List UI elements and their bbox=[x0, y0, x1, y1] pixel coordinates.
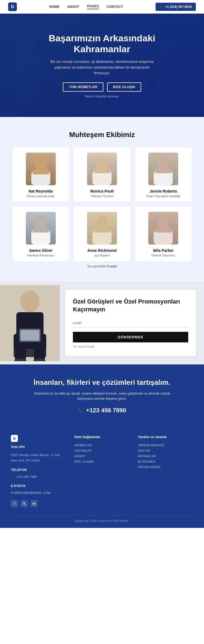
team-card-3: James Oliver Halefiyet Planlaması bbox=[12, 206, 69, 261]
footer-link-hizmetler[interactable]: HİZMETLER bbox=[74, 443, 129, 448]
phone-icon: 📞 bbox=[78, 407, 84, 413]
nav-contact[interactable]: CONTACT bbox=[107, 5, 123, 9]
member-name-4: Anne Richmond bbox=[78, 248, 126, 253]
promo-man-image bbox=[0, 285, 60, 361]
svg-point-26 bbox=[20, 290, 39, 312]
promo-section: Özel Görüşleri ve Özel Promosyonları Kaç… bbox=[0, 281, 204, 364]
svg-rect-18 bbox=[33, 228, 49, 233]
nav-about[interactable]: ABOUT bbox=[67, 5, 79, 9]
avatar-2 bbox=[148, 153, 178, 185]
footer-link-destek[interactable]: DESTEK bbox=[138, 448, 193, 454]
team-card-5: Mila Parker Kıdemli Tasarımcı bbox=[135, 206, 192, 261]
footer-link-cozumler[interactable]: ÇÖZÜMLER bbox=[74, 448, 129, 454]
email-input[interactable] bbox=[73, 319, 188, 327]
avatar-img-1 bbox=[87, 153, 117, 185]
footer-bottom: Sample text. Click to select the Text El… bbox=[11, 515, 193, 522]
phone-label: Telefon bbox=[11, 467, 66, 473]
svg-rect-30 bbox=[20, 330, 39, 341]
avatar-3 bbox=[26, 212, 56, 244]
member-role-4: İşçi İlişkileri bbox=[78, 254, 126, 257]
member-name-5: Mila Parker bbox=[139, 248, 187, 253]
hero-section: Başarımızın Arkasındaki Kahramanlar Biz … bbox=[0, 14, 204, 117]
team-section: Muhteşem Ekibimiz Nat Reynolds Dünya çap… bbox=[0, 117, 204, 281]
svg-point-19 bbox=[96, 215, 108, 229]
promo-credit: Ten resim Freepik bbox=[73, 345, 188, 348]
cta-title: İnsanları, fikirleri ve çözümleri tartış… bbox=[11, 378, 193, 387]
svg-point-13 bbox=[157, 156, 169, 170]
member-name-2: Jennie Roberts bbox=[139, 189, 187, 193]
email-icon-footer: ✉ bbox=[11, 491, 14, 494]
hero-caption: Resim Freepik'ten alınmıştır bbox=[22, 95, 182, 98]
navbar: b HOME ABOUT PAGES CONTACT 📞 +1 (234) 56… bbox=[0, 0, 204, 14]
member-name-0: Nat Reynolds bbox=[17, 189, 65, 193]
avatar-1 bbox=[87, 153, 117, 185]
team-card-2: Jennie Roberts İnsan Kaynakları Analitiğ… bbox=[135, 147, 192, 202]
member-role-0: Dünya çapında ortak bbox=[17, 194, 65, 198]
man-figure bbox=[0, 285, 60, 361]
hero-subtitle: Biz zor sorular sormamız, iyi dinlememiz… bbox=[48, 59, 156, 76]
avatar-img-2 bbox=[148, 153, 178, 185]
cta-phone-button[interactable]: 📞 +1 (234) 567-8910 bbox=[156, 3, 196, 11]
submit-button[interactable]: GÖNDERMEK bbox=[73, 332, 188, 342]
footer-link-sirket[interactable]: ŞİRKET bbox=[74, 454, 129, 459]
cta-phone: 📞 +123 456 7890 bbox=[11, 407, 193, 414]
contact-button[interactable]: BİZE ULAŞIN bbox=[107, 82, 141, 92]
member-role-2: İnsan Kaynakları Analitiği bbox=[139, 194, 187, 198]
team-credit: Ten görüntüler Freepik bbox=[8, 265, 196, 268]
svg-point-10 bbox=[96, 156, 108, 170]
avatar-img-4 bbox=[87, 212, 117, 244]
footer-phone: 📞 +123 456 7890 bbox=[11, 474, 66, 480]
svg-point-16 bbox=[35, 215, 47, 229]
cta-subtitle: Sektördeki en iyi ekibi işe almak, onlar… bbox=[31, 391, 173, 401]
member-name-3: James Oliver bbox=[17, 248, 65, 253]
footer: b Ana ofis 2102 George Urban Bulvarı, 3.… bbox=[0, 424, 204, 528]
promo-card: Özel Görüşleri ve Özel Promosyonları Kaç… bbox=[65, 290, 196, 356]
freepik-link[interactable]: Freepik bbox=[107, 265, 117, 268]
nav-home[interactable]: HOME bbox=[49, 5, 60, 9]
logo[interactable]: b bbox=[8, 2, 17, 11]
facebook-icon[interactable]: f bbox=[11, 500, 18, 507]
footer-link-bize-ulasin[interactable]: BİZE ULAŞIN bbox=[74, 459, 129, 465]
footer-link-ortaklar[interactable]: ORTAKLARIMIZ bbox=[138, 465, 193, 470]
hero-title: Başarımızın Arkasındaki Kahramanlar bbox=[22, 33, 182, 55]
avatar-img-5 bbox=[148, 212, 178, 244]
footer-link-blog[interactable]: BLOGUMUZ bbox=[138, 459, 193, 465]
twitter-icon[interactable]: 𝕏 bbox=[21, 500, 28, 507]
team-card-1: Monica Pouli Yetenek Yönetimi bbox=[73, 147, 130, 202]
avatar-img-0 bbox=[26, 153, 56, 185]
svg-rect-21 bbox=[94, 228, 110, 233]
svg-rect-9 bbox=[33, 169, 49, 174]
support-heading: Yardım ve destek bbox=[138, 435, 193, 439]
footer-grid: b Ana ofis 2102 George Urban Bulvarı, 3.… bbox=[11, 435, 193, 507]
svg-point-22 bbox=[157, 215, 169, 229]
footer-social: f 𝕏 in bbox=[11, 500, 66, 507]
svg-rect-24 bbox=[155, 228, 171, 233]
footer-link-yardim[interactable]: YARDIM MERKEZİ bbox=[138, 443, 193, 448]
member-name-1: Monica Pouli bbox=[78, 189, 126, 193]
office-heading: Ana ofis bbox=[11, 445, 66, 449]
email-label: E-posta bbox=[11, 483, 66, 489]
avatar-0 bbox=[26, 153, 56, 185]
footer-col-office: b Ana ofis 2102 George Urban Bulvarı, 3.… bbox=[11, 435, 66, 507]
phone-icon: 📞 bbox=[159, 5, 163, 9]
team-grid: Nat Reynolds Dünya çapında ortak Monica … bbox=[12, 147, 192, 261]
team-heading: Muhteşem Ekibimiz bbox=[8, 131, 196, 139]
cta-section: İnsanları, fikirleri ve çözümleri tartış… bbox=[0, 364, 204, 424]
svg-point-7 bbox=[34, 155, 47, 171]
promo-title: Özel Görüşleri ve Özel Promosyonları Kaç… bbox=[73, 298, 188, 313]
avatar-4 bbox=[87, 212, 117, 244]
member-role-1: Yetenek Yönetimi bbox=[78, 194, 126, 198]
team-card-0: Nat Reynolds Dünya çapında ortak bbox=[12, 147, 69, 202]
team-card-4: Anne Richmond İşçi İlişkileri bbox=[73, 206, 130, 261]
hero-content: Başarımızın Arkasındaki Kahramanlar Biz … bbox=[0, 33, 204, 98]
footer-email: ✉ MERHABA@EMAIL.COM bbox=[11, 490, 66, 496]
footer-link-kaynaklar[interactable]: KAYNAKLAR bbox=[138, 454, 193, 459]
hero-buttons: TÜM HİZMETLER BİZE ULAŞIN bbox=[22, 82, 182, 92]
avatar-img-3 bbox=[26, 212, 56, 244]
member-role-5: Kıdemli Tasarımcı bbox=[139, 254, 187, 257]
services-button[interactable]: TÜM HİZMETLER bbox=[63, 82, 103, 92]
office-address: 2102 George Urban Bulvarı, 3. Kat,New Yo… bbox=[11, 453, 66, 463]
nav-pages[interactable]: PAGES bbox=[87, 4, 99, 9]
instagram-icon[interactable]: in bbox=[30, 500, 38, 507]
avatar-5 bbox=[148, 212, 178, 244]
